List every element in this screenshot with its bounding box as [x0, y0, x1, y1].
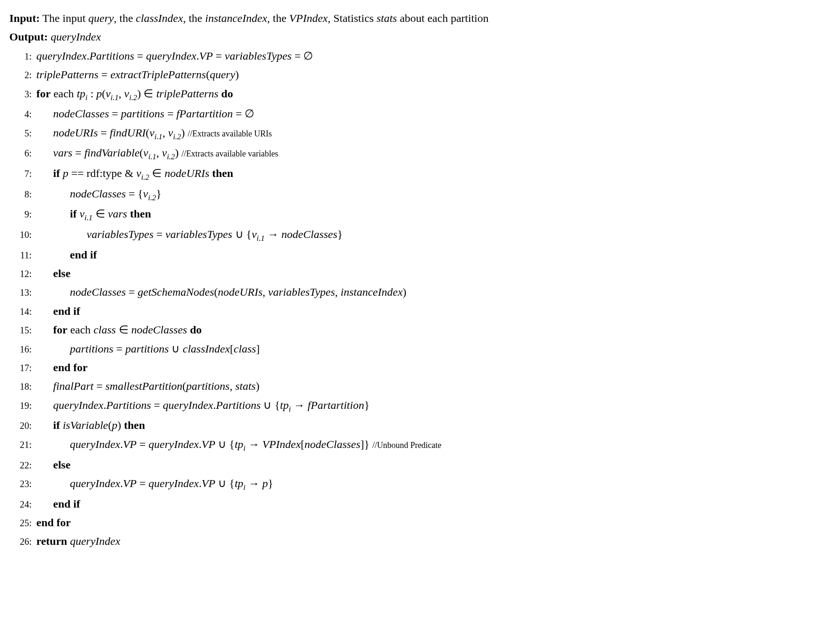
op: } — [364, 399, 370, 411]
line-number: 18: — [9, 379, 36, 394]
keyword-else: else — [53, 267, 70, 279]
code-content: else — [36, 456, 824, 474]
var: variablesTypes — [165, 228, 232, 240]
code-content: end if — [36, 246, 824, 264]
op: = — [126, 286, 138, 298]
op: } — [156, 188, 162, 200]
line-number: 6: — [9, 146, 36, 161]
input-text: , Statistics — [328, 12, 376, 24]
line-number: 16: — [9, 342, 36, 357]
line-number: 5: — [9, 126, 36, 141]
op: = — [154, 228, 166, 240]
code-content: else — [36, 264, 824, 282]
op: = — [109, 108, 121, 120]
var: p — [262, 477, 268, 489]
op: , — [335, 286, 341, 298]
code-line: 10: variablesTypes = variablesTypes ∪ {v… — [9, 225, 824, 245]
op: : — [88, 88, 96, 100]
paren: ) — [256, 380, 259, 392]
code-content: queryIndex.VP = queryIndex.VP ∪ {tpi → V… — [36, 435, 824, 455]
var: v — [168, 127, 173, 139]
op: = ∅ — [292, 50, 314, 62]
op: = — [137, 477, 149, 489]
var: VP — [199, 50, 212, 62]
var: class — [94, 324, 116, 336]
var: VP — [202, 477, 215, 489]
var: partitions — [186, 380, 230, 392]
paren: ) — [117, 419, 121, 431]
code-content: end if — [36, 495, 824, 513]
op: , — [119, 88, 124, 100]
code-content: end for — [36, 514, 824, 531]
code-line: 21: queryIndex.VP = queryIndex.VP ∪ {tpi… — [9, 435, 824, 455]
code-content: triplePatterns = extractTriplePatterns(q… — [36, 66, 824, 83]
func: isVariable — [63, 419, 108, 431]
var: tp — [77, 88, 86, 100]
func: getSchemaNodes — [138, 286, 214, 298]
code-line: 12: else — [9, 264, 824, 282]
paren: ) — [403, 286, 406, 298]
var: queryIndex — [36, 50, 87, 62]
var: classIndex — [183, 343, 230, 355]
input-header: Input: The input query, the classIndex, … — [9, 9, 824, 27]
op: ∈ — [149, 167, 164, 179]
var: tp — [280, 399, 289, 411]
line-number: 7: — [9, 166, 36, 181]
var: class — [234, 343, 256, 355]
code-content: variablesTypes = variablesTypes ∪ {vi.1 … — [36, 225, 824, 245]
code-content: vars = findVariable(vi.1, vi.2) //Extrac… — [36, 144, 824, 163]
op: = — [151, 399, 163, 411]
var: nodeClasses — [53, 108, 109, 120]
input-param-vpindex: VPIndex — [289, 12, 328, 24]
text: each — [68, 324, 94, 336]
var: variablesTypes — [268, 286, 335, 298]
code-content: return queryIndex — [36, 532, 824, 550]
var: p — [96, 88, 102, 100]
var: vars — [53, 147, 72, 159]
var: nodeClasses — [131, 324, 187, 336]
paren: ( — [214, 286, 218, 298]
var: nodeClasses — [281, 228, 337, 240]
output-value: queryIndex — [51, 31, 101, 43]
var: v — [80, 208, 85, 220]
op: = — [94, 380, 106, 392]
op: ∪ { — [215, 438, 235, 450]
op: } — [268, 477, 273, 489]
op: = — [72, 147, 84, 159]
line-number: 8: — [9, 187, 36, 202]
keyword-for: for — [53, 324, 68, 336]
code-line: 18: finalPart = smallestPartition(partit… — [9, 377, 824, 395]
keyword-endif: end if — [53, 305, 80, 317]
line-number: 12: — [9, 266, 36, 281]
op: = — [98, 68, 110, 81]
line-number: 23: — [9, 476, 36, 491]
paren: ( — [206, 68, 210, 81]
code-line: 13: nodeClasses = getSchemaNodes(nodeURI… — [9, 283, 824, 301]
code-line: 24: end if — [9, 495, 824, 513]
subscript: i.2 — [167, 152, 175, 161]
line-number: 15: — [9, 323, 36, 338]
subscript: i.2 — [148, 193, 156, 202]
line-number: 13: — [9, 285, 36, 300]
keyword-do: do — [218, 88, 233, 100]
var: v — [150, 127, 155, 139]
op: ]} — [361, 438, 373, 450]
op: [ — [230, 343, 234, 355]
op: , — [163, 127, 168, 139]
op: ∈ — [93, 208, 108, 220]
keyword-then: then — [127, 208, 151, 220]
text: each — [51, 88, 77, 100]
var: vars — [108, 208, 127, 220]
code-line: 16: partitions = partitions ∪ classIndex… — [9, 340, 824, 358]
var: v — [252, 228, 257, 240]
code-line: 23: queryIndex.VP = queryIndex.VP ∪ {tpi… — [9, 475, 824, 494]
op: → — [246, 477, 262, 489]
code-content: queryIndex.Partitions = queryIndex.VP = … — [36, 47, 824, 65]
func: extractTriplePatterns — [110, 68, 206, 81]
input-label: Input: — [9, 12, 40, 24]
code-line: 26: return queryIndex — [9, 532, 824, 550]
keyword-endif: end if — [70, 249, 97, 261]
op: == — [68, 167, 87, 179]
line-number: 22: — [9, 458, 36, 473]
code-line: 2: triplePatterns = extractTriplePattern… — [9, 66, 824, 83]
